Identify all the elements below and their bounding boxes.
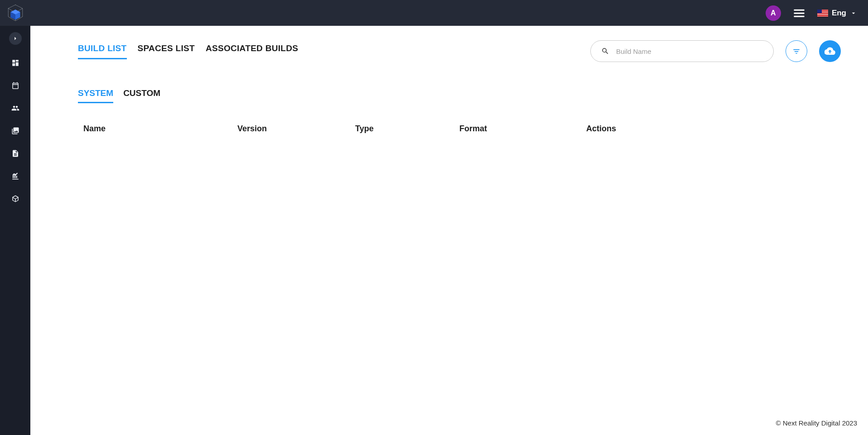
avatar-initial: A [771,9,776,17]
footer-copyright: © Next Reality Digital 2023 [776,419,857,427]
search-icon [601,47,609,55]
svg-rect-8 [15,62,18,66]
subtab-label: CUSTOM [123,88,160,98]
filter-icon [792,47,801,56]
app-header: A Eng [0,0,868,26]
package-icon [11,195,19,203]
top-actions [590,40,841,62]
hamburger-menu-button[interactable] [793,7,805,19]
user-avatar[interactable]: A [766,5,781,21]
search-container [590,40,774,62]
images-icon [11,127,19,135]
svg-rect-5 [794,15,804,17]
main-tabs: BUILD LIST SPACES LIST ASSOCIATED BUILDS [78,43,298,59]
tab-build-list[interactable]: BUILD LIST [78,43,127,59]
sidebar-item-analytics[interactable] [7,168,24,184]
users-icon [11,104,19,112]
tab-label: ASSOCIATED BUILDS [206,43,298,53]
top-row: BUILD LIST SPACES LIST ASSOCIATED BUILDS [78,40,841,62]
subtab-system[interactable]: SYSTEM [78,88,113,103]
col-name: Name [83,124,237,134]
sidebar [0,26,30,435]
tab-spaces-list[interactable]: SPACES LIST [138,43,195,59]
logo-cube-icon [6,4,25,23]
sidebar-expand-button[interactable] [9,32,22,45]
sidebar-item-calendar[interactable] [7,77,24,94]
col-version: Version [237,124,355,134]
language-label: Eng [832,9,846,18]
cloud-upload-icon [825,46,835,57]
filter-button[interactable] [786,40,807,62]
dashboard-icon [11,59,19,67]
sidebar-item-dashboard[interactable] [7,55,24,71]
tab-label: BUILD LIST [78,43,127,53]
svg-rect-6 [12,60,15,62]
sidebar-item-users[interactable] [7,100,24,116]
chevron-right-icon [12,35,19,42]
svg-rect-9 [12,63,15,66]
language-selector[interactable]: Eng [817,9,857,18]
sidebar-item-images[interactable] [7,123,24,139]
col-actions: Actions [586,124,677,134]
sidebar-item-document[interactable] [7,145,24,162]
svg-rect-4 [794,12,804,14]
analytics-icon [11,172,19,180]
header-left [5,3,25,23]
sidebar-item-package[interactable] [7,191,24,207]
hamburger-icon [793,7,805,19]
document-icon [11,149,19,158]
col-format: Format [459,124,586,134]
subtab-custom[interactable]: CUSTOM [123,88,160,103]
svg-rect-3 [794,9,804,10]
builds-table: Name Version Type Format Actions [78,124,841,134]
table-header-row: Name Version Type Format Actions [78,124,841,134]
us-flag-icon [817,10,828,17]
calendar-icon [11,81,19,90]
tab-label: SPACES LIST [138,43,195,53]
svg-rect-7 [15,60,18,62]
subtab-label: SYSTEM [78,88,113,98]
main-content: BUILD LIST SPACES LIST ASSOCIATED BUILDS [30,26,868,435]
header-right: A Eng [766,5,857,21]
upload-button[interactable] [819,40,841,62]
chevron-down-icon [850,10,857,17]
col-type: Type [355,124,459,134]
search-input[interactable] [590,40,774,62]
app-logo[interactable] [5,3,25,23]
sub-tabs: SYSTEM CUSTOM [78,88,841,103]
tab-associated-builds[interactable]: ASSOCIATED BUILDS [206,43,298,59]
